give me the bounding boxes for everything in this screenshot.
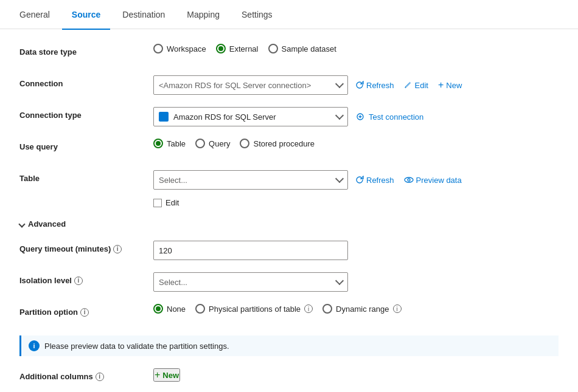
radio-dynamic-label: Dynamic range (336, 304, 389, 314)
isolation-level-control: Select... (153, 272, 559, 292)
connection-refresh-button[interactable]: Refresh (353, 81, 397, 90)
preview-data-label: Preview data (416, 176, 462, 185)
connection-new-label: New (446, 81, 462, 90)
connection-type-label: Connection type (19, 107, 153, 120)
data-store-type-label: Data store type (19, 44, 153, 57)
advanced-toggle[interactable]: Advanced (19, 219, 559, 229)
radio-dynamic-circle (322, 304, 332, 314)
use-query-control: Table Query Stored procedure (153, 139, 559, 148)
use-query-radio-group: Table Query Stored procedure (153, 139, 315, 148)
connection-edit-button[interactable]: Edit (402, 81, 431, 90)
isolation-level-row: Isolation level i Select... (19, 272, 559, 292)
tab-mapping[interactable]: Mapping (177, 1, 229, 30)
info-circle-icon: i (29, 340, 40, 351)
data-store-type-control: Workspace External Sample dataset (153, 44, 559, 53)
query-timeout-control (153, 241, 559, 260)
additional-columns-new-button[interactable]: + New (153, 368, 180, 382)
partition-option-info-icon[interactable]: i (80, 308, 89, 317)
tab-settings[interactable]: Settings (232, 1, 282, 30)
plug-icon (355, 112, 365, 122)
radio-stored-circle (240, 139, 249, 148)
radio-none-label: None (167, 304, 186, 314)
table-refresh-icon (355, 176, 364, 184)
info-banner-text: Please preview data to validate the part… (44, 342, 229, 351)
connection-type-inner: Amazon RDS for SQL Server (159, 112, 276, 122)
radio-external[interactable]: External (216, 44, 259, 53)
additional-columns-new-label: New (162, 371, 179, 380)
radio-dynamic-range[interactable]: Dynamic range i (322, 304, 401, 314)
radio-sample-label: Sample dataset (282, 44, 336, 53)
table-row: Table Select... Refresh (19, 170, 559, 207)
connection-refresh-label: Refresh (366, 81, 394, 90)
isolation-level-dropdown[interactable]: Select... (153, 272, 348, 292)
radio-query-label: Query (209, 139, 230, 148)
data-store-type-radio-group: Workspace External Sample dataset (153, 44, 336, 53)
connection-type-control: Amazon RDS for SQL Server Test connectio… (153, 107, 559, 126)
dynamic-range-info-icon[interactable]: i (393, 304, 402, 313)
radio-sample-dataset[interactable]: Sample dataset (268, 44, 336, 53)
isolation-level-chevron-icon (335, 277, 344, 285)
connection-row: Connection <Amazon RDS for SQL Server co… (19, 75, 559, 95)
connection-type-value: Amazon RDS for SQL Server (173, 112, 276, 122)
preview-data-button[interactable]: Preview data (402, 175, 464, 185)
partition-option-row: Partition option i None Physical partiti… (19, 304, 559, 323)
connection-type-row: Connection type Amazon RDS for SQL Serve… (19, 107, 559, 126)
partition-radio-group: None Physical partitions of table i Dyna… (153, 304, 402, 314)
table-placeholder: Select... (159, 176, 187, 185)
tab-bar: General Source Destination Mapping Setti… (0, 0, 578, 29)
pencil-icon (404, 81, 413, 89)
radio-stored-label: Stored procedure (253, 139, 314, 148)
connection-value: <Amazon RDS for SQL Server connection> (159, 81, 311, 90)
tab-destination[interactable]: Destination (113, 1, 175, 30)
test-connection-button[interactable]: Test connection (353, 112, 426, 122)
query-timeout-label: Query timeout (minutes) i (19, 241, 153, 253)
advanced-chevron-icon (18, 221, 25, 227)
radio-physical-label: Physical partitions of table (209, 304, 301, 314)
main-content: Data store type Workspace External Sampl… (0, 29, 578, 392)
info-banner: i Please preview data to validate the pa… (19, 335, 559, 356)
radio-physical-circle (195, 304, 205, 314)
db-icon (159, 112, 169, 122)
partition-option-control: None Physical partitions of table i Dyna… (153, 304, 559, 314)
advanced-label: Advanced (28, 219, 66, 229)
additional-columns-row: Additional columns i + New (19, 368, 559, 388)
radio-none[interactable]: None (153, 304, 186, 314)
radio-physical-partitions[interactable]: Physical partitions of table i (195, 304, 313, 314)
connection-dropdown[interactable]: <Amazon RDS for SQL Server connection> (153, 75, 348, 95)
additional-columns-label: Additional columns i (19, 368, 153, 381)
query-timeout-info-icon[interactable]: i (113, 245, 122, 253)
preview-icon (404, 175, 414, 185)
connection-type-dropdown[interactable]: Amazon RDS for SQL Server (153, 107, 348, 126)
table-dropdown[interactable]: Select... (153, 170, 348, 190)
tab-source[interactable]: Source (62, 1, 110, 30)
table-refresh-button[interactable]: Refresh (353, 176, 397, 185)
connection-new-button[interactable]: + New (436, 80, 464, 91)
use-query-row: Use query Table Query Stored procedure (19, 139, 559, 158)
isolation-level-label: Isolation level i (19, 272, 153, 285)
radio-stored-procedure[interactable]: Stored procedure (240, 139, 314, 148)
additional-columns-control: + New (153, 368, 559, 382)
table-control: Select... Refresh Preview data (153, 170, 559, 207)
radio-workspace[interactable]: Workspace (153, 44, 206, 53)
radio-table-label: Table (167, 139, 186, 148)
table-refresh-label: Refresh (366, 176, 394, 185)
connection-label: Connection (19, 75, 153, 88)
additional-columns-info-icon[interactable]: i (96, 373, 104, 381)
table-edit-row: Edit (153, 198, 179, 207)
table-edit-checkbox[interactable] (153, 199, 162, 207)
additional-columns-plus-icon: + (155, 370, 160, 380)
connection-control: <Amazon RDS for SQL Server connection> R… (153, 75, 559, 95)
table-edit-label: Edit (165, 198, 179, 207)
radio-query[interactable]: Query (195, 139, 230, 148)
tab-general[interactable]: General (10, 1, 60, 30)
table-label: Table (19, 170, 153, 183)
radio-query-circle (195, 139, 205, 148)
plus-icon: + (438, 80, 444, 91)
use-query-label: Use query (19, 139, 153, 151)
physical-partitions-info-icon[interactable]: i (304, 304, 313, 313)
partition-option-label: Partition option i (19, 304, 153, 317)
query-timeout-input[interactable] (153, 241, 348, 260)
radio-external-label: External (229, 44, 259, 53)
isolation-level-info-icon[interactable]: i (74, 277, 83, 285)
radio-table[interactable]: Table (153, 139, 186, 148)
